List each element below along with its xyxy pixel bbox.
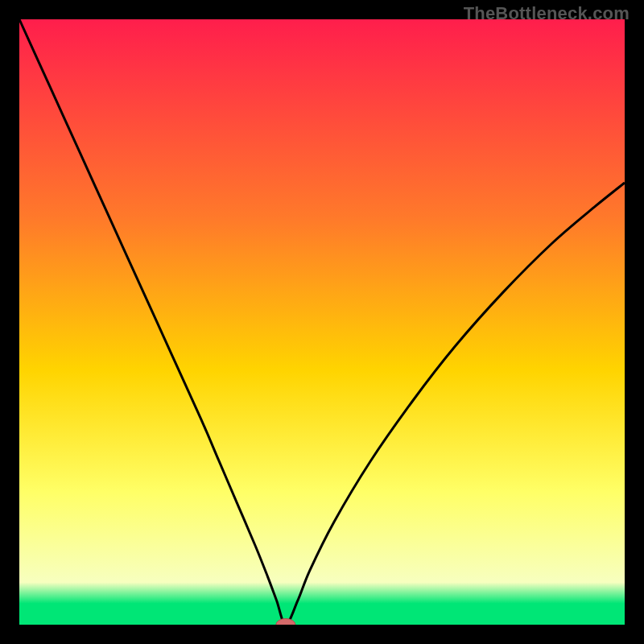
chart-svg [19, 19, 625, 625]
plot-area [19, 19, 625, 625]
gradient-background [19, 19, 625, 625]
chart-frame: TheBottleneck.com [0, 0, 644, 644]
watermark-text: TheBottleneck.com [464, 3, 630, 24]
